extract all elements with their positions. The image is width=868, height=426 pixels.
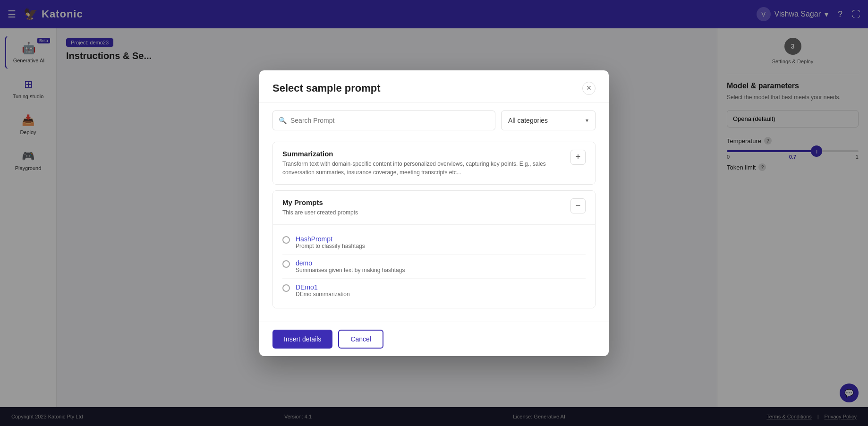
demo1-desc: DEmo summarization	[296, 291, 586, 298]
modal-close-button[interactable]: ×	[582, 82, 596, 95]
insert-details-button[interactable]: Insert details	[272, 330, 332, 349]
summarization-toggle-button[interactable]: +	[570, 150, 586, 165]
prompt-item-hashprompt: HashPrompt Prompt to classify hashtags	[282, 230, 586, 255]
demo-radio[interactable]	[282, 260, 290, 268]
search-input[interactable]	[290, 117, 489, 124]
summarization-card: Summarization Transform text with domain…	[272, 142, 596, 185]
summarization-info: Summarization Transform text with domain…	[282, 150, 570, 177]
modal-select-prompt: Select sample prompt × 🔍 All categories …	[259, 70, 609, 356]
demo-content: demo Summarises given text by making has…	[296, 259, 586, 273]
summarization-desc: Transform text with domain-specific cont…	[282, 160, 570, 177]
my-prompts-info: My Prompts This are user created prompts	[282, 198, 570, 217]
my-prompts-subtitle: This are user created prompts	[282, 208, 570, 217]
category-select[interactable]: All categories ▾	[501, 111, 596, 130]
hashprompt-desc: Prompt to classify hashtags	[296, 243, 586, 249]
cancel-button[interactable]: Cancel	[338, 330, 383, 349]
prompt-item-demo: demo Summarises given text by making has…	[282, 255, 586, 279]
summarization-title: Summarization	[282, 150, 570, 158]
my-prompts-card: My Prompts This are user created prompts…	[272, 190, 596, 308]
summarization-header: Summarization Transform text with domain…	[273, 142, 595, 184]
modal-overlay: Select sample prompt × 🔍 All categories …	[0, 0, 868, 426]
search-input-wrap: 🔍	[272, 111, 495, 130]
demo1-radio[interactable]	[282, 284, 290, 292]
hashprompt-name[interactable]: HashPrompt	[296, 235, 586, 243]
modal-search-row: 🔍 All categories ▾	[259, 103, 609, 138]
demo-desc: Summarises given text by making hashtags	[296, 267, 586, 273]
prompt-item-demo1: DEmo1 DEmo summarization	[282, 279, 586, 302]
modal-title: Select sample prompt	[272, 82, 381, 94]
hashprompt-content: HashPrompt Prompt to classify hashtags	[296, 235, 586, 249]
demo1-name[interactable]: DEmo1	[296, 283, 586, 291]
category-select-text: All categories	[508, 117, 580, 124]
search-icon: 🔍	[279, 117, 287, 124]
my-prompts-header: My Prompts This are user created prompts…	[273, 191, 595, 225]
my-prompts-toggle-button[interactable]: −	[570, 198, 586, 213]
demo-name[interactable]: demo	[296, 259, 586, 267]
chevron-down-icon: ▾	[586, 117, 588, 124]
modal-footer: Insert details Cancel	[259, 322, 609, 356]
my-prompts-body: HashPrompt Prompt to classify hashtags d…	[273, 225, 595, 308]
demo1-content: DEmo1 DEmo summarization	[296, 283, 586, 298]
my-prompts-title: My Prompts	[282, 198, 570, 206]
modal-body: Summarization Transform text with domain…	[259, 138, 609, 322]
hashprompt-radio[interactable]	[282, 236, 290, 244]
modal-header: Select sample prompt ×	[259, 70, 609, 103]
